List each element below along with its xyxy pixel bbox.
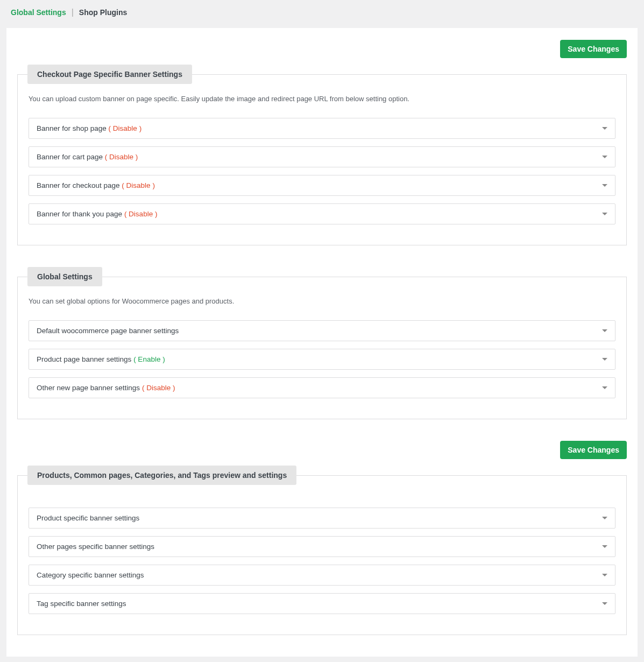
chevron-down-icon <box>602 386 607 389</box>
status-badge: ( Disable ) <box>122 181 155 189</box>
accordion-label: Category specific banner settings <box>37 571 144 579</box>
accordion-banner-shop[interactable]: Banner for shop page ( Disable ) <box>29 118 615 139</box>
status-badge: ( Enable ) <box>133 355 165 363</box>
chevron-down-icon <box>602 358 607 361</box>
save-button[interactable]: Save Changes <box>560 40 627 58</box>
accordion-label: Default woocommerce page banner settings <box>37 327 179 335</box>
accordion-other-pages-specific[interactable]: Other pages specific banner settings <box>29 536 615 557</box>
accordion-default-woo-banner[interactable]: Default woocommerce page banner settings <box>29 320 615 341</box>
chevron-down-icon <box>602 329 607 332</box>
section-checkout-banner: Checkout Page Specific Banner Settings Y… <box>17 65 627 245</box>
accordion-label: Banner for thank you page ( Disable ) <box>37 210 157 218</box>
status-badge: ( Disable ) <box>142 384 175 392</box>
section-description: You can upload custom banner on page spe… <box>29 95 615 103</box>
save-button[interactable]: Save Changes <box>560 441 627 459</box>
section-title: Products, Common pages, Categories, and … <box>27 466 296 485</box>
accordion-label: Banner for cart page ( Disable ) <box>37 153 138 161</box>
accordion-banner-cart[interactable]: Banner for cart page ( Disable ) <box>29 146 615 167</box>
tab-shop-plugins[interactable]: Shop Plugins <box>79 8 127 17</box>
section-description: You can set global options for Woocommer… <box>29 297 615 305</box>
status-badge: ( Disable ) <box>105 153 138 161</box>
tab-separator: | <box>72 8 74 17</box>
accordion-label: Product page banner settings ( Enable ) <box>37 355 165 363</box>
chevron-down-icon <box>602 156 607 158</box>
chevron-down-icon <box>602 602 607 605</box>
accordion-other-new-page-banner[interactable]: Other new page banner settings ( Disable… <box>29 377 615 398</box>
status-badge: ( Disable ) <box>109 124 142 132</box>
section-global-settings: Global Settings You can set global optio… <box>17 267 627 419</box>
status-badge: ( Disable ) <box>124 210 158 218</box>
accordion-label: Banner for checkout page ( Disable ) <box>37 181 155 189</box>
accordion-label: Other pages specific banner settings <box>37 543 154 551</box>
tab-global-settings[interactable]: Global Settings <box>11 8 66 17</box>
chevron-down-icon <box>602 574 607 576</box>
accordion-banner-checkout[interactable]: Banner for checkout page ( Disable ) <box>29 175 615 196</box>
accordion-product-page-banner[interactable]: Product page banner settings ( Enable ) <box>29 349 615 370</box>
accordion-label: Other new page banner settings ( Disable… <box>37 384 175 392</box>
chevron-down-icon <box>602 517 607 519</box>
settings-panel: Save Changes Checkout Page Specific Bann… <box>6 28 638 657</box>
chevron-down-icon <box>602 127 607 130</box>
accordion-tag-specific[interactable]: Tag specific banner settings <box>29 593 615 614</box>
accordion-label: Banner for shop page ( Disable ) <box>37 124 141 132</box>
accordion-label: Product specific banner settings <box>37 514 139 522</box>
accordion-category-specific[interactable]: Category specific banner settings <box>29 565 615 586</box>
section-title: Global Settings <box>27 267 102 286</box>
accordion-banner-thankyou[interactable]: Banner for thank you page ( Disable ) <box>29 203 615 224</box>
section-products-categories-tags: Products, Common pages, Categories, and … <box>17 466 627 635</box>
chevron-down-icon <box>602 184 607 187</box>
tabs-header: Global Settings | Shop Plugins <box>0 0 644 25</box>
accordion-label: Tag specific banner settings <box>37 600 126 608</box>
chevron-down-icon <box>602 213 607 215</box>
accordion-product-specific[interactable]: Product specific banner settings <box>29 508 615 529</box>
chevron-down-icon <box>602 545 607 548</box>
section-title: Checkout Page Specific Banner Settings <box>27 65 192 84</box>
